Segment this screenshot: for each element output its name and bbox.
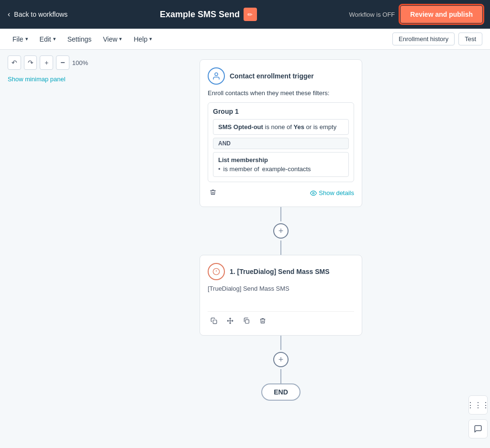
left-toolbar: ↶ ↷ + − 100% Show minimap panel: [0, 50, 96, 448]
menu-item-file[interactable]: File ▾: [8, 33, 33, 46]
show-details-button[interactable]: Show details: [310, 189, 354, 197]
menu-item-view[interactable]: View ▾: [98, 33, 127, 46]
enroll-text: Enroll contacts when they meet these fil…: [208, 89, 354, 97]
group-box: Group 1 SMS Opted-out is none of Yes or …: [208, 102, 354, 182]
top-bar-right: Workflow is OFF Review and publish: [349, 6, 482, 23]
edit-workflow-name-button[interactable]: ✏: [244, 8, 257, 21]
enrollment-history-button[interactable]: Enrollment history: [392, 33, 455, 45]
delete-action-button[interactable]: [256, 316, 269, 328]
svg-point-0: [215, 73, 218, 76]
toolbar-icons: ↶ ↷ + − 100%: [8, 55, 88, 70]
chevron-down-icon: ▾: [119, 36, 122, 42]
menu-left: File ▾ Edit ▾ Settings View ▾ Help ▾: [8, 33, 157, 46]
canvas-area: ↶ ↷ + − 100% Show minimap panel Contact: [0, 50, 490, 448]
add-button[interactable]: +: [40, 55, 53, 70]
line-bottom-2: [280, 369, 281, 383]
line-bottom: [280, 240, 281, 255]
contact-icon: [212, 72, 221, 80]
line-top-2: [280, 336, 281, 350]
condition-additional: or is empty: [306, 123, 337, 131]
back-arrow-icon: ‹: [8, 10, 10, 19]
action-header: 1. [TrueDialog] Send Mass SMS: [208, 263, 354, 280]
main-canvas: Contact enrollment trigger Enroll contac…: [96, 50, 466, 448]
zoom-level: 100%: [72, 59, 88, 66]
chat-button[interactable]: [468, 419, 488, 438]
undo-button[interactable]: ↶: [8, 55, 21, 70]
workflow-status-label: Workflow is OFF: [349, 11, 395, 18]
menu-right: Enrollment history Test: [392, 33, 482, 45]
delete-trigger-button[interactable]: [208, 187, 218, 199]
svg-rect-5: [213, 320, 217, 324]
chevron-down-icon: ▾: [149, 36, 152, 42]
right-panel: ⋮⋮⋮: [466, 50, 490, 448]
menu-bar: File ▾ Edit ▾ Settings View ▾ Help ▾ Enr…: [0, 29, 490, 50]
condition-box-1: SMS Opted-out is none of Yes or is empty: [213, 119, 349, 135]
and-divider: AND: [213, 138, 349, 149]
condition-operator: is none of: [265, 123, 294, 131]
sub-condition-value: example-contacts: [262, 165, 311, 173]
add-step-button-2[interactable]: +: [273, 352, 289, 367]
condition-value: Yes: [294, 123, 304, 131]
bullet-icon: •: [218, 165, 221, 173]
grid-view-button[interactable]: ⋮⋮⋮: [468, 395, 488, 415]
condition-property: SMS Opted-out: [218, 123, 263, 131]
duplicate-icon: [243, 317, 250, 324]
top-bar: ‹ Back to workflows Example SMS Send ✏ W…: [0, 0, 490, 29]
trigger-footer: Show details: [208, 187, 354, 199]
connector-2: +: [273, 336, 289, 383]
trigger-header: Contact enrollment trigger: [208, 67, 354, 85]
duplicate-action-button[interactable]: [240, 316, 253, 328]
sub-condition-item: • is member of example-contacts: [218, 165, 344, 173]
show-details-label: Show details: [319, 189, 354, 197]
eye-icon: [310, 190, 317, 197]
menu-item-help[interactable]: Help ▾: [129, 33, 157, 46]
pencil-icon: ✏: [247, 11, 253, 18]
connector-1: +: [273, 207, 289, 255]
move-action-button[interactable]: [224, 316, 236, 328]
svg-point-1: [313, 192, 315, 194]
sub-condition-box: List membership • is member of example-c…: [213, 152, 349, 177]
group-title: Group 1: [213, 108, 349, 115]
trigger-icon: [208, 67, 225, 85]
move-icon: [227, 317, 234, 324]
action-subtitle: [TrueDialog] Send Mass SMS: [208, 285, 354, 292]
action-title: 1. [TrueDialog] Send Mass SMS: [230, 268, 330, 275]
chevron-down-icon: ▾: [25, 36, 28, 42]
menu-item-edit[interactable]: Edit ▾: [35, 33, 61, 46]
svg-rect-8: [245, 320, 249, 324]
redo-button[interactable]: ↷: [24, 55, 37, 70]
chevron-down-icon: ▾: [53, 36, 56, 42]
menu-item-settings[interactable]: Settings: [63, 33, 97, 46]
grid-icon: ⋮⋮⋮: [467, 401, 490, 410]
workflow-name: Example SMS Send: [160, 10, 240, 20]
trigger-card: Contact enrollment trigger Enroll contac…: [200, 59, 362, 207]
workflow-container: Contact enrollment trigger Enroll contac…: [96, 59, 466, 401]
chat-icon: [474, 425, 482, 433]
sub-condition-title: List membership: [218, 156, 344, 164]
trigger-title: Contact enrollment trigger: [230, 72, 314, 80]
trash-icon: [210, 189, 216, 196]
sms-icon: [212, 268, 220, 275]
review-and-publish-button[interactable]: Review and publish: [401, 6, 482, 23]
add-step-button-1[interactable]: +: [273, 223, 289, 239]
copy-action-button[interactable]: [208, 316, 220, 328]
line-top: [280, 207, 281, 221]
back-label: Back to workflows: [14, 11, 67, 18]
action-icon: [208, 263, 225, 280]
end-node: END: [261, 383, 301, 401]
test-button[interactable]: Test: [458, 33, 482, 45]
remove-button[interactable]: −: [56, 55, 69, 70]
workflow-title-section: Example SMS Send ✏: [160, 8, 257, 21]
back-to-workflows[interactable]: ‹ Back to workflows: [8, 10, 67, 19]
show-minimap-button[interactable]: Show minimap panel: [8, 76, 88, 83]
action-footer: [208, 311, 354, 328]
trash-icon: [259, 317, 266, 324]
sub-condition-operator: is member of: [223, 165, 259, 173]
action-card: 1. [TrueDialog] Send Mass SMS [TrueDialo…: [200, 255, 362, 336]
copy-icon: [211, 317, 217, 324]
